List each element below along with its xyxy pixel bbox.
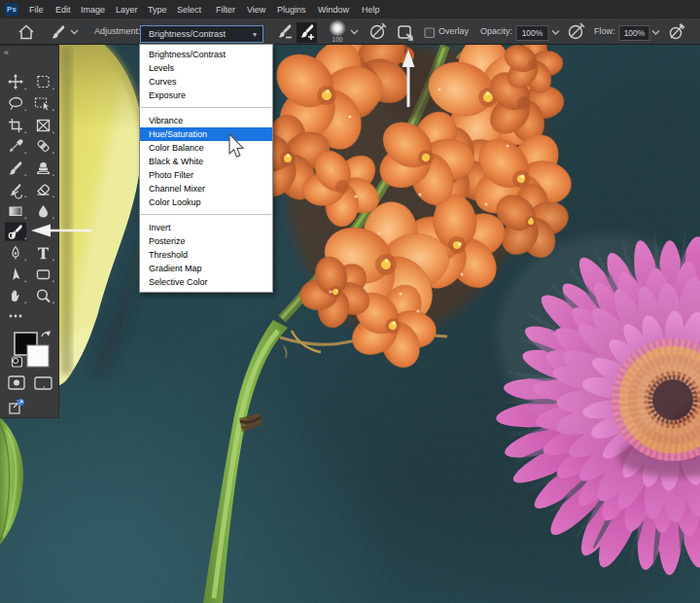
svg-text:100%: 100% bbox=[522, 28, 543, 38]
svg-text:«: « bbox=[4, 48, 9, 57]
svg-text:100%: 100% bbox=[624, 28, 646, 38]
